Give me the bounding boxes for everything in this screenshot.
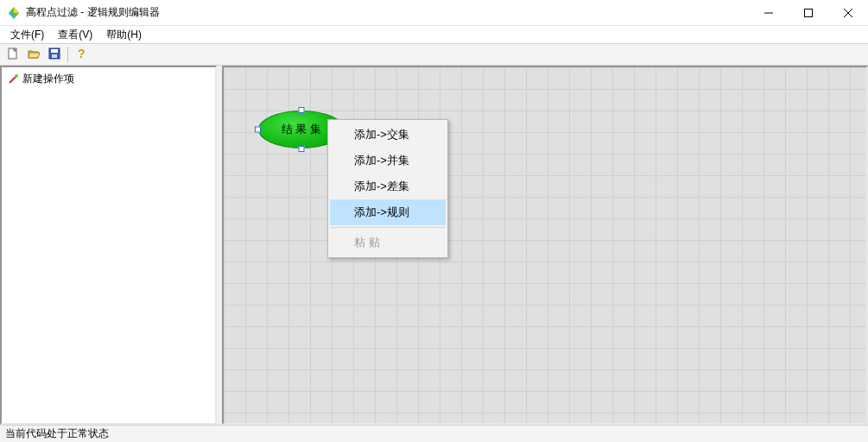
new-button[interactable] — [3, 45, 22, 64]
status-text: 当前代码处于正常状态 — [5, 426, 109, 441]
menu-help[interactable]: 帮助(H) — [99, 26, 149, 44]
window-title: 高程点过滤 - 逻辑规则编辑器 — [26, 5, 749, 20]
menu-bar: 文件(F) 查看(V) 帮助(H) — [0, 26, 868, 43]
menu-file[interactable]: 文件(F) — [3, 26, 51, 44]
canvas[interactable]: 结 果 集 添加->交集 添加->并集 添加->差集 添加->规则 粘 贴 — [224, 67, 866, 423]
ctx-add-intersection[interactable]: 添加->交集 — [330, 122, 446, 148]
sidebar-tree[interactable]: 新建操作项 — [0, 66, 217, 425]
ctx-separator — [331, 227, 445, 228]
svg-marker-2 — [9, 13, 14, 19]
svg-marker-1 — [14, 7, 19, 13]
minimize-button[interactable] — [749, 0, 789, 25]
menu-view[interactable]: 查看(V) — [51, 26, 99, 44]
ctx-add-rule[interactable]: 添加->规则 — [330, 199, 446, 225]
ctx-paste[interactable]: 粘 贴 — [330, 230, 446, 256]
canvas-wrap: 结 果 集 添加->交集 添加->并集 添加->差集 添加->规则 粘 贴 — [222, 66, 868, 425]
save-file-icon — [48, 47, 61, 63]
tree-root-label: 新建操作项 — [22, 72, 74, 86]
ctx-add-difference[interactable]: 添加->差集 — [330, 174, 446, 199]
app-window: 高程点过滤 - 逻辑规则编辑器 文件(F) 查看(V) 帮助(H) — [0, 0, 868, 442]
resize-handle-w[interactable] — [255, 127, 261, 133]
open-file-icon — [27, 47, 41, 63]
ctx-add-union[interactable]: 添加->并集 — [330, 148, 446, 174]
toolbar: ? — [0, 43, 868, 66]
toolbar-separator — [67, 47, 68, 62]
app-icon — [7, 6, 21, 20]
title-bar: 高程点过滤 - 逻辑规则编辑器 — [0, 0, 868, 26]
tree-root-item[interactable]: 新建操作项 — [5, 71, 212, 87]
wand-icon — [7, 73, 19, 85]
resize-handle-n[interactable] — [299, 107, 305, 113]
main-area: 新建操作项 结 果 集 添加->交集 添加->并集 — [0, 66, 868, 425]
close-button[interactable] — [828, 0, 868, 25]
svg-rect-10 — [51, 49, 58, 53]
open-button[interactable] — [24, 45, 43, 64]
help-icon: ? — [74, 47, 88, 63]
window-controls — [749, 0, 868, 25]
help-button[interactable]: ? — [72, 45, 91, 64]
svg-point-14 — [15, 74, 18, 78]
svg-text:?: ? — [78, 47, 86, 60]
svg-rect-11 — [52, 54, 57, 58]
save-button[interactable] — [45, 45, 64, 64]
node-label: 结 果 集 — [282, 122, 321, 137]
resize-handle-s[interactable] — [299, 146, 305, 152]
maximize-button[interactable] — [789, 0, 828, 25]
svg-rect-4 — [805, 9, 813, 16]
status-bar: 当前代码处于正常状态 — [0, 425, 868, 442]
new-file-icon — [6, 47, 20, 63]
context-menu: 添加->交集 添加->并集 添加->差集 添加->规则 粘 贴 — [327, 119, 448, 258]
